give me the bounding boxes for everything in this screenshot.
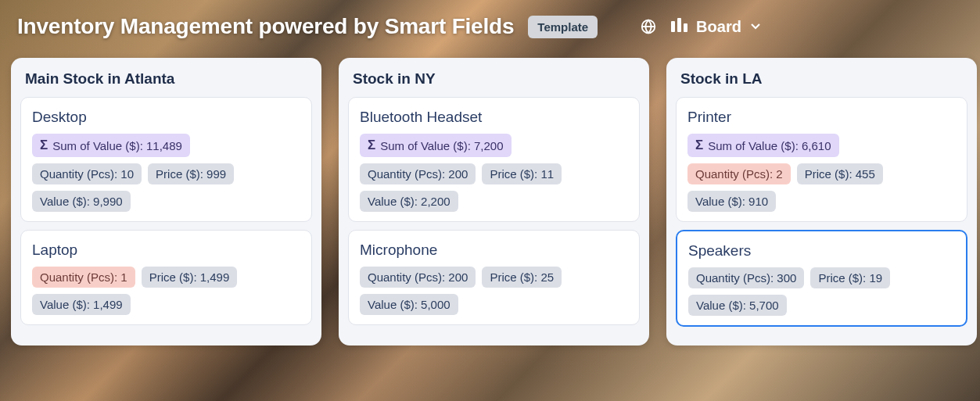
card-title: Desktop [32, 109, 300, 126]
value-tag[interactable]: Value ($): 2,200 [360, 191, 458, 212]
column-title: Main Stock in Atlanta [20, 70, 312, 97]
price-tag[interactable]: Price ($): 25 [482, 267, 562, 288]
svg-rect-1 [671, 21, 675, 32]
tag-row: ΣSum of Value ($): 7,200 [360, 134, 628, 157]
board-card[interactable]: LaptopQuantity (Pcs): 1Price ($): 1,499V… [20, 230, 312, 325]
tag-row: ΣSum of Value ($): 11,489 [32, 134, 300, 157]
board-column: Stock in NYBluetooth HeadsetΣSum of Valu… [339, 58, 649, 346]
board-card[interactable]: Bluetooth HeadsetΣSum of Value ($): 7,20… [348, 97, 640, 222]
tag-row: Value ($): 1,499 [32, 294, 300, 315]
column-title: Stock in NY [348, 70, 640, 97]
tag-row: Value ($): 5,700 [688, 295, 955, 316]
column-title: Stock in LA [676, 70, 967, 97]
view-switcher[interactable]: Board [671, 18, 762, 36]
sum-tag[interactable]: ΣSum of Value ($): 7,200 [360, 134, 512, 157]
price-tag[interactable]: Price ($): 1,499 [142, 267, 238, 288]
board-card[interactable]: MicrophoneQuantity (Pcs): 200Price ($): … [348, 230, 640, 325]
tag-row: Value ($): 910 [687, 191, 956, 212]
view-label: Board [696, 18, 741, 36]
price-tag[interactable]: Price ($): 19 [810, 267, 890, 288]
value-tag[interactable]: Value ($): 9,990 [32, 191, 131, 212]
board-card[interactable]: SpeakersQuantity (Pcs): 300Price ($): 19… [676, 230, 967, 327]
globe-icon[interactable] [640, 18, 657, 35]
value-tag[interactable]: Value ($): 5,000 [360, 294, 458, 315]
board-column: Main Stock in AtlantaDesktopΣSum of Valu… [11, 58, 321, 346]
chevron-down-icon [749, 18, 762, 36]
board-area: Main Stock in AtlantaDesktopΣSum of Valu… [0, 50, 980, 346]
sum-tag-text: Sum of Value ($): 7,200 [380, 139, 503, 152]
sum-tag[interactable]: ΣSum of Value ($): 11,489 [32, 134, 190, 157]
value-tag[interactable]: Value ($): 910 [687, 191, 776, 212]
header-bar: Inventory Management powered by Smart Fi… [0, 0, 980, 50]
tag-row: Quantity (Pcs): 300Price ($): 19 [688, 267, 955, 288]
tag-row: Quantity (Pcs): 200Price ($): 25 [360, 267, 628, 288]
card-title: Laptop [32, 242, 300, 259]
price-tag[interactable]: Price ($): 11 [482, 163, 562, 184]
svg-rect-2 [677, 18, 681, 32]
sigma-icon: Σ [695, 138, 703, 153]
board-card[interactable]: DesktopΣSum of Value ($): 11,489Quantity… [20, 97, 312, 222]
sigma-icon: Σ [40, 138, 48, 153]
tag-row: Value ($): 2,200 [360, 191, 628, 212]
tag-row: Quantity (Pcs): 1Price ($): 1,499 [32, 267, 300, 288]
value-tag[interactable]: Value ($): 5,700 [688, 295, 787, 316]
price-tag[interactable]: Price ($): 455 [797, 163, 883, 184]
tag-row: Value ($): 5,000 [360, 294, 628, 315]
tag-row: Quantity (Pcs): 10Price ($): 999 [32, 163, 300, 184]
tag-row: Quantity (Pcs): 200Price ($): 11 [360, 163, 628, 184]
card-title: Microphone [360, 242, 628, 259]
card-title: Printer [687, 109, 956, 126]
tag-row: Quantity (Pcs): 2Price ($): 455 [687, 163, 956, 184]
svg-rect-3 [684, 23, 687, 32]
template-badge[interactable]: Template [528, 16, 598, 38]
quantity-tag[interactable]: Quantity (Pcs): 300 [688, 267, 804, 288]
sum-tag-text: Sum of Value ($): 6,610 [708, 139, 831, 152]
board-column: Stock in LAPrinterΣSum of Value ($): 6,6… [666, 58, 977, 346]
board-card[interactable]: PrinterΣSum of Value ($): 6,610Quantity … [676, 97, 967, 222]
page-title: Inventory Management powered by Smart Fi… [17, 14, 514, 39]
quantity-tag[interactable]: Quantity (Pcs): 200 [360, 163, 476, 184]
price-tag[interactable]: Price ($): 999 [148, 163, 234, 184]
quantity-tag[interactable]: Quantity (Pcs): 2 [687, 163, 791, 184]
board-view-icon [671, 18, 688, 36]
tag-row: ΣSum of Value ($): 6,610 [687, 134, 956, 157]
card-title: Bluetooth Headset [360, 109, 628, 126]
quantity-tag[interactable]: Quantity (Pcs): 10 [32, 163, 142, 184]
value-tag[interactable]: Value ($): 1,499 [32, 294, 131, 315]
card-title: Speakers [688, 242, 955, 260]
quantity-tag[interactable]: Quantity (Pcs): 200 [360, 267, 476, 288]
quantity-tag[interactable]: Quantity (Pcs): 1 [32, 267, 135, 288]
tag-row: Value ($): 9,990 [32, 191, 300, 212]
sum-tag[interactable]: ΣSum of Value ($): 6,610 [687, 134, 839, 157]
sum-tag-text: Sum of Value ($): 11,489 [52, 139, 182, 152]
sigma-icon: Σ [368, 138, 375, 153]
